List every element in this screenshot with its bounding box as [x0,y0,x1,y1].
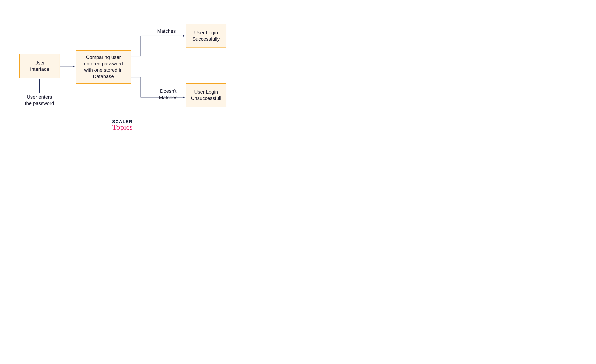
label-user-input: User enters the password [23,94,56,107]
brand-logo: SCALER Topics [112,119,133,132]
label-doesnt-match-text: Doesn't Matches [159,88,178,100]
label-user-input-text: User enters the password [25,94,54,106]
flowchart-canvas: User Interface Comparing user entered pa… [0,0,245,150]
label-matches-text: Matches [157,28,176,34]
label-matches: Matches [156,28,177,34]
node-login-failure-text: User Login Unsuccessfull [189,89,223,102]
node-login-failure: User Login Unsuccessfull [186,83,226,107]
node-user-interface: User Interface [19,54,60,78]
node-compare-password: Comparing user entered password with one… [76,50,131,84]
brand-logo-line2: Topics [112,123,133,132]
node-user-interface-text: User Interface [30,60,49,73]
node-login-success: User Login Successfully [186,24,226,48]
node-compare-password-text: Comparing user entered password with one… [79,54,127,80]
node-login-success-text: User Login Successfully [189,30,223,42]
label-doesnt-match: Doesn't Matches [156,82,180,101]
